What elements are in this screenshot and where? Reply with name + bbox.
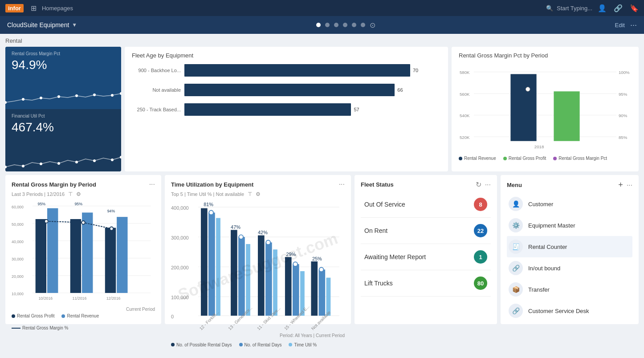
nav-dot-6[interactable] <box>361 23 365 27</box>
customer-service-icon: 🔗 <box>509 304 523 318</box>
menu-card: Menu + ··· 👤 Customer ⚙️ Equipment Maste… <box>501 175 639 324</box>
tu-dot-1 <box>209 211 213 215</box>
nav-dot-3[interactable] <box>334 23 338 27</box>
bar-fill-2 <box>184 84 395 96</box>
svg-point-12 <box>75 161 78 163</box>
time-util-filter[interactable]: ⊤ <box>248 191 252 197</box>
fleet-status-list: Out Of Service 8 On Rent 22 Awaiting Met… <box>361 191 491 297</box>
svg-text:560K: 560K <box>460 92 470 97</box>
page-content: Rental Rental Gross Margin Pct 94.9% <box>0 34 644 358</box>
legend-dot-8 <box>289 343 292 346</box>
menu-item-equipment-master[interactable]: ⚙️ Equipment Master <box>507 215 632 236</box>
bar-row-3: 250 - Track Based... 57 <box>132 103 441 116</box>
menu-item-customer[interactable]: 👤 Customer <box>507 193 632 215</box>
menu-item-transfer[interactable]: 📦 Transfer <box>507 279 632 300</box>
svg-point-8 <box>5 166 7 168</box>
menu-more[interactable]: ··· <box>627 181 632 189</box>
grid-icon[interactable]: ⊞ <box>31 4 37 12</box>
legend-label-2: Rental Gross Profit <box>509 156 546 161</box>
rgm-period-more[interactable]: ··· <box>149 180 155 188</box>
svg-point-1 <box>22 98 24 101</box>
nav-arrow[interactable]: ⊙ <box>370 21 375 29</box>
svg-point-9 <box>22 165 24 167</box>
more-button[interactable]: ··· <box>630 20 637 30</box>
rgm-period-title: Rental Gross Margin by Period <box>12 181 96 188</box>
svg-text:29%: 29% <box>286 252 296 257</box>
legend-label-5: Rental Revenue <box>67 313 99 318</box>
fleet-status-label-4: Lift Trucks <box>364 280 474 287</box>
svg-text:12/2016: 12/2016 <box>106 296 121 301</box>
menu-item-inout-bound[interactable]: 🔗 In/out bound <box>507 257 632 279</box>
homepages-label[interactable]: Homepages <box>42 5 73 12</box>
edit-button[interactable]: Edit <box>615 22 625 28</box>
kpi-top-sparkline <box>5 87 121 109</box>
legend-label-9: Time Util % <box>294 342 317 347</box>
svg-text:81%: 81% <box>204 202 213 207</box>
nav-dot-2[interactable] <box>325 23 330 27</box>
tu-bar-3c <box>273 249 277 316</box>
svg-point-3 <box>57 95 60 98</box>
menu-label-rental-counter: Rental Counter <box>528 244 567 250</box>
bookmark-icon[interactable]: 🔖 <box>630 4 639 12</box>
svg-text:0: 0 <box>171 314 174 319</box>
time-util-gear[interactable]: ⚙ <box>256 191 261 197</box>
svg-point-5 <box>93 94 96 96</box>
legend-label-6: Rental Gross Margin % <box>22 325 68 330</box>
legend-time-util: Time Util % <box>289 342 317 347</box>
bar-value-3: 57 <box>354 107 359 112</box>
svg-text:50,000: 50,000 <box>12 222 24 227</box>
dropdown-arrow[interactable]: ▼ <box>72 22 77 28</box>
kpi-bottom-sparkline <box>5 149 121 171</box>
nav-dot-1[interactable] <box>316 23 321 27</box>
customer-icon: 👤 <box>509 197 523 211</box>
tu-bar-1c <box>216 218 220 316</box>
bar-label-3: 250 - Track Based... <box>132 107 181 112</box>
kpi-card: Rental Gross Margin Pct 94.9% Financial … <box>5 47 121 171</box>
nav-dot-4[interactable] <box>343 23 347 27</box>
fleet-status-card: Fleet Status ↻ ··· Out Of Service 8 On R… <box>355 175 497 324</box>
svg-text:40,000: 40,000 <box>12 240 24 244</box>
bar-row-1: 900 - Backhoe Lo... 70 <box>132 64 441 77</box>
svg-text:400,000: 400,000 <box>171 205 189 211</box>
user-icon[interactable]: 👤 <box>598 4 607 12</box>
app-title-text: CloudSuite Equipment <box>7 21 69 28</box>
time-util-period-label: Period: All Years | Current Period <box>171 333 345 338</box>
search-area[interactable]: 🔍 Start Typing... <box>546 5 592 12</box>
legend-dot-6 <box>171 343 175 346</box>
bar-container-1: 70 <box>184 64 441 77</box>
legend-gross-profit-2: Rental Gross Profit <box>12 313 54 318</box>
filter-icon[interactable]: ⊤ <box>68 191 73 197</box>
rgm-period-subtitle-text: Last 3 Periods | 12/2016 <box>12 191 65 197</box>
time-util-card: Time Utilization by Equipment ··· Top 5 … <box>165 175 351 324</box>
rgm-svg: 580K 560K 540K 520K 100% 95% 90% 85% <box>459 64 632 153</box>
time-util-title: Time Utilization by Equipment <box>171 181 253 188</box>
time-util-more[interactable]: ··· <box>339 180 345 188</box>
nav-dot-5[interactable] <box>352 23 356 27</box>
time-util-chart: 400,000 300,000 200,000 100,000 0 81% 47… <box>171 201 345 333</box>
bar-container-2: 66 <box>184 84 441 96</box>
tu-bar-1a <box>201 208 208 316</box>
menu-item-rental-counter[interactable]: 🧾 Rental Counter <box>507 236 632 257</box>
share-icon[interactable]: 🔗 <box>614 4 623 12</box>
legend-dot-2 <box>503 157 507 160</box>
gear-icon[interactable]: ⚙ <box>76 191 81 197</box>
svg-text:85%: 85% <box>619 135 628 140</box>
fleet-status-more[interactable]: ··· <box>485 181 491 189</box>
refresh-icon[interactable]: ↻ <box>476 180 481 189</box>
current-period-label: Current Period <box>12 307 155 312</box>
svg-point-13 <box>93 159 96 162</box>
bar-label-2: Not available <box>132 87 181 93</box>
menu-item-customer-service-desk[interactable]: 🔗 Customer Service Desk <box>507 300 632 321</box>
legend-gross-profit: Rental Gross Profit <box>503 156 546 161</box>
period-bar-2a <box>70 219 81 293</box>
menu-label-customer: Customer <box>528 201 553 207</box>
rental-counter-icon: 🧾 <box>509 240 523 254</box>
inout-bound-icon: 🔗 <box>509 261 523 275</box>
menu-add-button[interactable]: + <box>618 180 623 190</box>
fleet-status-item-3: Awaiting Meter Report 1 <box>361 244 491 270</box>
svg-text:300,000: 300,000 <box>171 235 189 240</box>
line-dot-3 <box>110 227 114 231</box>
time-util-subtitle-text: Top 5 | Time Util % | Not available <box>171 191 244 197</box>
svg-text:20,000: 20,000 <box>12 274 24 279</box>
menu-item-mco-quick-entry[interactable]: ⚡ MCO Quick Entry <box>507 321 632 324</box>
